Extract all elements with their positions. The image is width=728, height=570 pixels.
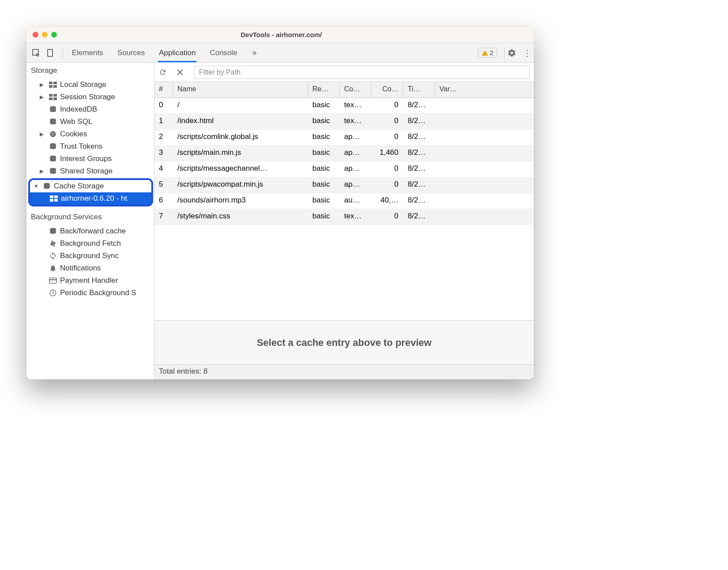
cache-toolbar — [154, 63, 534, 82]
table-row[interactable]: 5/scripts/pwacompat.min.jsbasicap…08/2… — [154, 177, 534, 193]
cell-content-length: 40,… — [372, 193, 403, 209]
svg-rect-4 — [49, 85, 53, 88]
svg-rect-26 — [49, 279, 57, 280]
cell-response: basic — [308, 177, 340, 193]
grid-icon — [49, 195, 58, 202]
cell-index: 1 — [154, 114, 173, 129]
table-row[interactable]: 2/scripts/comlink.global.jsbasicap…08/2… — [154, 130, 534, 146]
cell-vary — [435, 177, 534, 193]
cell-response: basic — [308, 130, 340, 145]
sidebar-item-label: Back/forward cache — [60, 227, 126, 236]
close-icon[interactable] — [33, 32, 38, 38]
cell-content-type: tex… — [340, 98, 372, 113]
sidebar-item-label: Background Fetch — [60, 239, 121, 248]
col-name[interactable]: Name — [173, 82, 308, 98]
sync-icon — [49, 252, 57, 260]
card-icon — [49, 278, 57, 284]
table-row[interactable]: 1/index.htmlbasictex…08/2… — [154, 114, 534, 130]
cell-name: /index.html — [173, 114, 308, 129]
preview-pane: Select a cache entry above to preview — [154, 320, 534, 364]
tab-sources[interactable]: Sources — [116, 44, 146, 62]
cell-name: /scripts/main.min.js — [173, 146, 308, 161]
table-row[interactable]: 0/basictex…08/2… — [154, 98, 534, 114]
sidebar-item-cookies[interactable]: ▶ Cookies — [26, 128, 154, 140]
cell-time: 8/2… — [403, 161, 435, 177]
svg-point-12 — [50, 131, 56, 137]
maximize-icon[interactable] — [51, 32, 57, 38]
cell-vary — [435, 161, 534, 177]
sidebar-item-shared-storage[interactable]: ▶ Shared Storage — [26, 165, 154, 177]
sidebar-item-label: Payment Handler — [60, 276, 118, 285]
sidebar-item-trust-tokens[interactable]: Trust Tokens — [26, 140, 154, 153]
refresh-icon[interactable] — [159, 68, 171, 76]
cell-vary — [435, 146, 534, 161]
cell-index: 4 — [154, 161, 173, 177]
table-row[interactable]: 3/scripts/main.min.jsbasicap…1,4608/2… — [154, 146, 534, 161]
gear-icon[interactable] — [507, 49, 521, 57]
svg-point-14 — [53, 133, 54, 134]
cell-time: 8/2… — [403, 98, 435, 113]
cell-index: 6 — [154, 193, 173, 209]
sidebar-item-local-storage[interactable]: ▶ Local Storage — [26, 79, 154, 91]
more-tabs-icon[interactable]: » — [252, 48, 257, 57]
device-icon[interactable] — [47, 49, 55, 57]
cell-time: 8/2… — [403, 114, 435, 129]
clock-icon — [49, 289, 57, 297]
close-icon[interactable] — [176, 69, 189, 76]
svg-point-13 — [52, 133, 53, 134]
chevron-right-icon: ▶ — [40, 94, 46, 100]
chevron-right-icon: ▶ — [40, 82, 46, 88]
cell-response: basic — [308, 98, 340, 113]
sidebar-item-label: Session Storage — [60, 93, 115, 101]
table-row[interactable]: 6/sounds/airhorn.mp3basicau…40,…8/2… — [154, 193, 534, 209]
table-body: 0/basictex…08/2…1/index.htmlbasictex…08/… — [154, 98, 534, 225]
svg-rect-8 — [49, 98, 53, 100]
cell-content-type: ap… — [340, 161, 372, 177]
col-time[interactable]: Ti… — [403, 82, 435, 98]
cell-vary — [435, 130, 534, 145]
cell-content-length: 0 — [372, 130, 403, 145]
tab-elements[interactable]: Elements — [71, 44, 104, 62]
devtools-tabbar: Elements Sources Application Console » 2… — [26, 43, 534, 63]
cell-content-length: 0 — [372, 114, 403, 129]
bell-icon — [49, 264, 57, 272]
warnings-badge[interactable]: 2 — [478, 48, 497, 58]
sidebar-item-session-storage[interactable]: ▶ Session Storage — [26, 91, 154, 103]
minimize-icon[interactable] — [42, 32, 48, 38]
sidebar-item-bf-cache[interactable]: Back/forward cache — [26, 225, 154, 237]
sidebar-item-payment[interactable]: Payment Handler — [26, 274, 154, 287]
kebab-icon[interactable]: ⋮ — [521, 48, 534, 58]
cell-response: basic — [308, 146, 340, 161]
table-row[interactable]: 7/styles/main.cssbasictex…08/2… — [154, 209, 534, 225]
col-content-type[interactable]: Co… — [340, 82, 372, 98]
sidebar-item-interest-groups[interactable]: Interest Groups — [26, 153, 154, 165]
sidebar-item-bg-sync[interactable]: Background Sync — [26, 250, 154, 262]
filter-input[interactable] — [194, 66, 529, 79]
sidebar-item-indexeddb[interactable]: IndexedDB — [26, 103, 154, 116]
database-icon — [42, 182, 51, 190]
col-vary[interactable]: Var… — [435, 82, 534, 98]
svg-rect-20 — [50, 195, 53, 198]
sidebar-item-label: Shared Storage — [60, 167, 113, 176]
svg-rect-2 — [49, 82, 53, 84]
cell-content-length: 0 — [372, 177, 403, 193]
panel-tabs: Elements Sources Application Console — [66, 44, 244, 62]
sidebar-item-cache-instance[interactable]: airhorner-0.6.20 - ht — [30, 192, 151, 205]
chevron-right-icon: ▶ — [40, 168, 46, 174]
col-response[interactable]: Re… — [308, 82, 340, 98]
inspect-icon[interactable] — [32, 49, 41, 57]
table-row[interactable]: 4/scripts/messagechannel…basicap…08/2… — [154, 161, 534, 177]
svg-rect-22 — [50, 199, 53, 202]
database-icon — [49, 155, 57, 163]
sidebar-item-label: Periodic Background S — [60, 289, 136, 297]
tab-console[interactable]: Console — [209, 44, 238, 62]
sidebar-item-websql[interactable]: Web SQL — [26, 116, 154, 128]
cell-content-length: 0 — [372, 161, 403, 177]
col-index[interactable]: # — [154, 82, 173, 98]
sidebar-item-cache-storage[interactable]: ▼ Cache Storage — [30, 180, 151, 192]
sidebar-item-notifications[interactable]: Notifications — [26, 262, 154, 274]
col-content-length[interactable]: Co… — [372, 82, 403, 98]
tab-application[interactable]: Application — [158, 44, 196, 62]
sidebar-item-bg-fetch[interactable]: Background Fetch — [26, 237, 154, 250]
sidebar-item-periodic[interactable]: Periodic Background S — [26, 287, 154, 299]
